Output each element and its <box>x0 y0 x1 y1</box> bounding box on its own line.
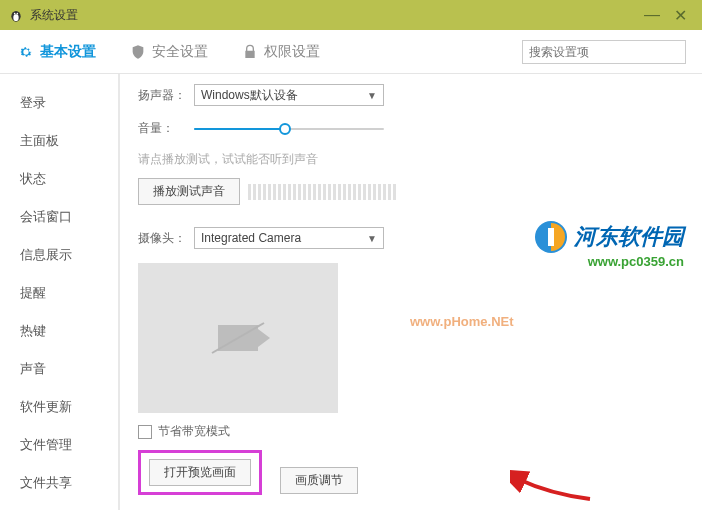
highlight-annotation: 打开预览画面 <box>138 450 262 495</box>
speaker-label: 扬声器： <box>138 87 194 104</box>
camera-label: 摄像头： <box>138 230 194 247</box>
tab-security[interactable]: 安全设置 <box>128 39 210 65</box>
tab-permission[interactable]: 权限设置 <box>240 39 322 65</box>
camera-preview <box>138 263 338 413</box>
volume-slider[interactable] <box>194 121 384 137</box>
vu-meter <box>248 184 396 200</box>
speaker-dropdown[interactable]: Windows默认设备 ▼ <box>194 84 384 106</box>
bandwidth-label: 节省带宽模式 <box>158 423 230 440</box>
bandwidth-checkbox[interactable] <box>138 425 152 439</box>
sidebar-item-fileshare[interactable]: 文件共享 <box>0 464 118 502</box>
test-hint: 请点播放测试，试试能否听到声音 <box>138 151 684 168</box>
svg-point-3 <box>17 13 19 15</box>
lock-icon <box>242 44 258 60</box>
window-title: 系统设置 <box>30 7 78 24</box>
search-input[interactable] <box>522 40 686 64</box>
tabbar: 基本设置 安全设置 权限设置 <box>0 30 702 74</box>
sidebar-item-sound[interactable]: 声音 <box>0 350 118 388</box>
open-preview-button[interactable]: 打开预览画面 <box>149 459 251 486</box>
sidebar-item-status[interactable]: 状态 <box>0 160 118 198</box>
sidebar-item-login[interactable]: 登录 <box>0 84 118 122</box>
tab-basic[interactable]: 基本设置 <box>16 39 98 65</box>
sidebar-item-update[interactable]: 软件更新 <box>0 388 118 426</box>
play-test-button[interactable]: 播放测试声音 <box>138 178 240 205</box>
volume-label: 音量： <box>138 120 194 137</box>
close-button[interactable]: ✕ <box>666 1 694 29</box>
chevron-down-icon: ▼ <box>367 233 377 244</box>
sidebar: 登录 主面板 状态 会话窗口 信息展示 提醒 热键 声音 软件更新 文件管理 文… <box>0 74 120 510</box>
sidebar-item-reminder[interactable]: 提醒 <box>0 274 118 312</box>
sidebar-item-infodisplay[interactable]: 信息展示 <box>0 236 118 274</box>
sidebar-item-filemgmt[interactable]: 文件管理 <box>0 426 118 464</box>
camera-dropdown[interactable]: Integrated Camera ▼ <box>194 227 384 249</box>
svg-point-2 <box>14 13 16 15</box>
svg-point-1 <box>13 14 18 21</box>
sidebar-item-session[interactable]: 会话窗口 <box>0 198 118 236</box>
watermark-hedong: 河东软件园 www.pc0359.cn <box>534 220 684 269</box>
svg-rect-5 <box>548 228 554 246</box>
minimize-button[interactable]: — <box>638 1 666 29</box>
watermark-phome: www.pHome.NEt <box>410 314 514 329</box>
sidebar-item-mainpanel[interactable]: 主面板 <box>0 122 118 160</box>
titlebar: 系统设置 — ✕ <box>0 0 702 30</box>
app-icon <box>8 7 24 23</box>
quality-adjust-button[interactable]: 画质调节 <box>280 467 358 494</box>
shield-icon <box>130 44 146 60</box>
sidebar-item-hotkey[interactable]: 热键 <box>0 312 118 350</box>
gear-icon <box>18 44 34 60</box>
main-panel: 扬声器： Windows默认设备 ▼ 音量： 请点播放测试，试试能否听到声音 播… <box>120 74 702 510</box>
sidebar-item-avcall[interactable]: 音视频通话 <box>0 502 118 510</box>
chevron-down-icon: ▼ <box>367 90 377 101</box>
